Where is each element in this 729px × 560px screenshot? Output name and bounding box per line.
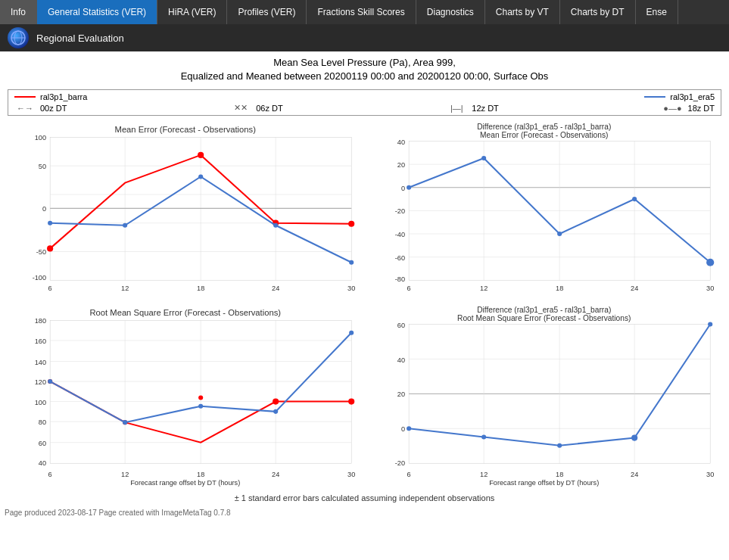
svg-text:Difference (ral3p1_era5 - ral3: Difference (ral3p1_era5 - ral3p1_barra) <box>477 123 611 132</box>
svg-text:50: 50 <box>39 163 46 171</box>
chart-bottom-right: Difference (ral3p1_era5 - ral3p1_barra) … <box>366 305 722 489</box>
svg-text:Forecast range offset by DT (h: Forecast range offset by DT (hours) <box>489 479 599 487</box>
marker-12z-icon: |—| <box>446 104 467 113</box>
svg-text:20: 20 <box>397 162 404 170</box>
svg-text:Mean Error (Forecast - Observa: Mean Error (Forecast - Observations) <box>480 132 608 140</box>
marker-06z-label: 06z DT <box>256 104 282 113</box>
svg-text:-40: -40 <box>394 231 404 238</box>
marker-00z-label: 00z DT <box>40 104 67 113</box>
svg-point-24 <box>47 246 53 252</box>
legend-line-blue <box>644 96 665 98</box>
svg-text:30: 30 <box>706 285 714 292</box>
tab-hira[interactable]: HiRA (VER) <box>157 0 227 24</box>
tab-charts-vt[interactable]: Charts by VT <box>485 0 560 24</box>
tab-ense[interactable]: Ense <box>636 0 678 24</box>
svg-point-57 <box>481 156 486 160</box>
svg-point-59 <box>632 197 637 201</box>
marker-18z-label: 18z DT <box>688 104 715 113</box>
sub-header: Regional Evaluation <box>0 24 729 51</box>
svg-text:80: 80 <box>39 418 46 426</box>
svg-text:Root Mean Square Error (Foreca: Root Mean Square Error (Forecast - Obser… <box>457 315 631 323</box>
svg-point-31 <box>273 223 278 228</box>
svg-point-25 <box>198 152 204 158</box>
svg-point-56 <box>407 185 411 190</box>
legend-era5: ral3p1_era5 <box>644 92 715 101</box>
legend-line-red <box>14 96 36 98</box>
svg-point-60 <box>706 259 714 266</box>
chart-top-left: Mean Error (Forecast - Observations) 100… <box>8 122 363 302</box>
svg-text:30: 30 <box>706 471 714 478</box>
svg-text:Mean Error (Forecast - Observa: Mean Error (Forecast - Observations) <box>115 126 257 135</box>
marker-12z-label: 12z DT <box>472 104 498 113</box>
chart-top-right: Difference (ral3p1_era5 - ral3p1_barra) … <box>366 122 722 302</box>
svg-text:Forecast range offset by DT (h: Forecast range offset by DT (hours) <box>130 479 240 487</box>
svg-text:24: 24 <box>631 285 638 292</box>
svg-text:12: 12 <box>480 471 488 478</box>
tab-profiles[interactable]: Profiles (VER) <box>227 0 307 24</box>
tab-charts-dt[interactable]: Charts by DT <box>560 0 636 24</box>
page-footer-text: Page produced 2023-08-17 Page created wi… <box>5 509 231 517</box>
svg-text:0: 0 <box>400 185 404 192</box>
tab-general-stats[interactable]: General Statistics (VER) <box>37 0 157 24</box>
svg-text:100: 100 <box>35 399 46 406</box>
legend-06z: ✕✕ 06z DT <box>230 103 282 113</box>
svg-point-116 <box>407 426 411 431</box>
chart-top-right-svg: Difference (ral3p1_era5 - ral3p1_barra) … <box>366 122 722 300</box>
tab-fractions[interactable]: Fractions Skill Scores <box>307 0 416 24</box>
svg-text:24: 24 <box>272 471 279 478</box>
tab-diagnostics[interactable]: Diagnostics <box>416 0 485 24</box>
svg-text:12: 12 <box>121 285 129 292</box>
svg-text:30: 30 <box>347 285 355 292</box>
svg-point-90 <box>348 399 354 405</box>
svg-text:40: 40 <box>39 459 46 467</box>
chart-bottom-left: Root Mean Square Error (Forecast - Obser… <box>8 305 363 489</box>
legend-00z: ←→ 00z DT <box>14 104 67 113</box>
svg-point-29 <box>123 223 127 228</box>
svg-point-118 <box>557 443 562 448</box>
marker-06z-icon: ✕✕ <box>230 103 251 113</box>
svg-point-95 <box>349 331 354 335</box>
svg-text:0: 0 <box>400 426 404 434</box>
svg-text:40: 40 <box>397 138 404 146</box>
svg-point-28 <box>48 221 52 226</box>
svg-point-94 <box>273 409 278 414</box>
svg-point-30 <box>198 175 203 179</box>
svg-text:Difference (ral3p1_era5 - ral3: Difference (ral3p1_era5 - ral3p1_barra) <box>477 306 611 314</box>
svg-text:6: 6 <box>48 285 52 292</box>
svg-text:180: 180 <box>35 318 46 325</box>
svg-text:-80: -80 <box>394 276 404 284</box>
svg-text:18: 18 <box>197 471 204 478</box>
svg-text:6: 6 <box>407 471 410 478</box>
charts-grid: Mean Error (Forecast - Observations) 100… <box>8 122 721 489</box>
svg-point-32 <box>349 260 354 265</box>
svg-text:140: 140 <box>35 359 46 366</box>
legend-box: ral3p1_barra ral3p1_era5 ←→ 00z DT ✕✕ 06… <box>8 89 721 116</box>
svg-text:12: 12 <box>480 285 488 292</box>
svg-text:-20: -20 <box>394 208 404 216</box>
svg-text:12: 12 <box>121 471 129 478</box>
legend-barra-label: ral3p1_barra <box>40 92 87 101</box>
page-footer: Page produced 2023-08-17 Page created wi… <box>0 506 729 520</box>
legend-barra: ral3p1_barra <box>14 92 87 101</box>
svg-text:160: 160 <box>35 338 46 345</box>
svg-text:24: 24 <box>272 285 279 292</box>
svg-text:40: 40 <box>397 356 404 364</box>
legend-12z: |—| 12z DT <box>446 104 498 113</box>
legend-era5-label: ral3p1_era5 <box>670 92 715 101</box>
svg-point-117 <box>481 435 486 440</box>
footer-note: ± 1 standard error bars calculated assum… <box>8 493 721 502</box>
svg-text:18: 18 <box>556 285 563 292</box>
regional-icon <box>8 27 29 48</box>
main-content: Mean Sea Level Pressure (Pa), Area 999, … <box>0 51 729 506</box>
svg-point-93 <box>198 404 203 409</box>
tab-info[interactable]: Info <box>0 0 37 24</box>
svg-point-119 <box>631 435 637 441</box>
svg-text:120: 120 <box>35 378 46 386</box>
legend-18z: ●—● 18z DT <box>662 104 715 113</box>
svg-point-92 <box>123 420 127 425</box>
marker-00z-icon: ←→ <box>14 104 36 113</box>
svg-point-91 <box>48 379 52 384</box>
chart-bottom-left-svg: Root Mean Square Error (Forecast - Obser… <box>8 305 363 487</box>
legend-row-2: ←→ 00z DT ✕✕ 06z DT |—| 12z DT ●—● 18z D… <box>14 102 715 114</box>
svg-text:30: 30 <box>347 471 355 478</box>
